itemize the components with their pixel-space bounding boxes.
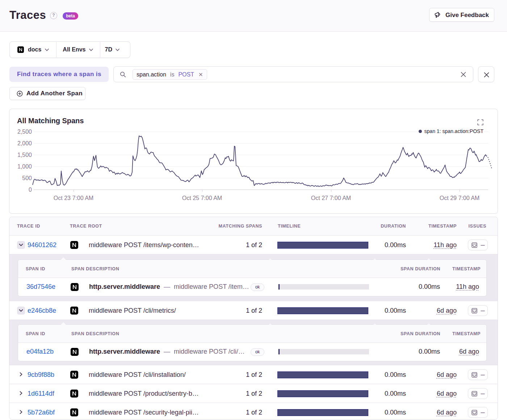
svg-text:1,000: 1,000: [17, 163, 32, 170]
svg-text:1,500: 1,500: [17, 152, 32, 158]
svg-text:2,000: 2,000: [17, 140, 32, 146]
svg-text:Oct 25 7:00 AM: Oct 25 7:00 AM: [182, 195, 222, 201]
svg-text:Oct 29 7:00 AM: Oct 29 7:00 AM: [440, 195, 479, 201]
svg-text:2,500: 2,500: [17, 129, 32, 135]
svg-text:0: 0: [29, 187, 32, 193]
svg-text:500: 500: [22, 175, 32, 181]
svg-text:Oct 23 7:00 AM: Oct 23 7:00 AM: [54, 195, 93, 201]
svg-text:Oct 27 7:00 AM: Oct 27 7:00 AM: [311, 195, 351, 201]
